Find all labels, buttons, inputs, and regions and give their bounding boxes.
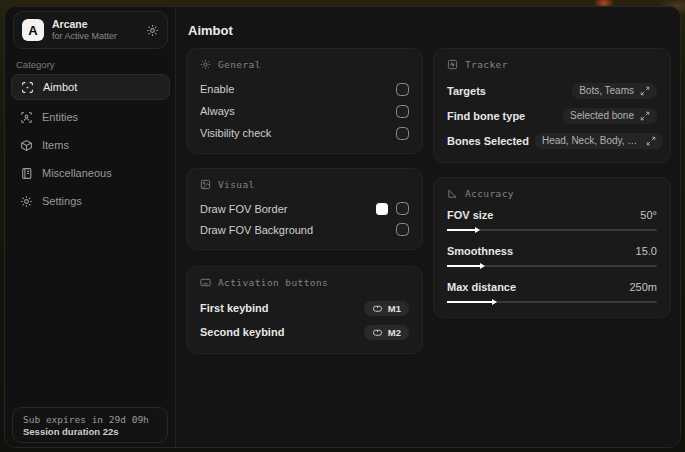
page-title: Aimbot — [188, 23, 233, 38]
keyboard-icon — [200, 277, 211, 288]
second-keybind-button[interactable]: M2 — [364, 325, 409, 340]
setting-controls — [376, 202, 409, 215]
keybind-row: First keybind M1 — [200, 296, 409, 320]
card-title: Accuracy — [465, 188, 514, 199]
keybind-value: M2 — [388, 327, 401, 338]
card-title: Visual — [218, 179, 255, 190]
setting-label: Draw FOV Border — [200, 203, 287, 215]
sidebar-item-aimbot[interactable]: Aimbot — [11, 74, 170, 100]
tracker-card: Tracker Targets Bots, Teams Find bone ty… — [433, 48, 671, 163]
slider-fill — [447, 301, 493, 303]
slider-fill — [447, 265, 481, 267]
expand-icon — [640, 111, 650, 121]
first-keybind-button[interactable]: M1 — [364, 301, 409, 316]
max-distance-slider[interactable] — [447, 298, 657, 306]
accuracy-card: Accuracy FOV size 50° Smoothness 15.0 — [433, 177, 671, 318]
sidebar-item-label: Settings — [42, 195, 82, 207]
visual-card-header: Visual — [200, 179, 409, 190]
sidebar-item-settings[interactable]: Settings — [11, 187, 170, 215]
brand-subtitle: for Active Matter — [52, 31, 138, 42]
keybind-value: M1 — [388, 303, 401, 314]
tracker-row: Find bone type Selected bone — [447, 103, 657, 128]
left-column: General Enable Always Visibility check — [186, 48, 423, 368]
cube-icon — [20, 139, 33, 152]
sidebar-item-label: Aimbot — [43, 81, 77, 93]
brand-logo: A — [22, 19, 44, 41]
right-column: Tracker Targets Bots, Teams Find bone ty… — [433, 48, 671, 332]
setting-label: Visibility check — [200, 127, 271, 139]
slider-label-row: Smoothness 15.0 — [447, 243, 657, 258]
find-bone-type-select[interactable]: Selected bone — [563, 108, 657, 124]
main-content: Aimbot General Enable Always — [176, 7, 680, 447]
activation-buttons-card: Activation buttons First keybind M1 Seco… — [186, 266, 423, 354]
setting-row: Draw FOV Background — [200, 219, 409, 240]
mouse-icon — [372, 327, 383, 338]
slider-label: Max distance — [447, 281, 516, 293]
slider-group: Smoothness 15.0 — [447, 243, 657, 270]
select-value: Bots, Teams — [579, 85, 634, 96]
tracker-label: Bones Selected — [447, 135, 529, 147]
angle-icon — [447, 188, 458, 199]
general-card: General Enable Always Visibility check — [186, 48, 423, 154]
sidebar-item-label: Entities — [42, 111, 78, 123]
setting-row: Draw FOV Border — [200, 198, 409, 219]
gear-icon — [20, 195, 33, 208]
slider-label-row: FOV size 50° — [447, 207, 657, 222]
person-scan-icon — [20, 111, 33, 124]
draw-fov-background-checkbox[interactable] — [396, 223, 409, 236]
select-value: Selected bone — [570, 110, 634, 121]
setting-label: Enable — [200, 83, 234, 95]
targets-select[interactable]: Bots, Teams — [572, 83, 657, 99]
image-icon — [200, 179, 211, 190]
select-value: Head, Neck, Body, Pe… — [542, 135, 640, 146]
slider-value: 50° — [640, 209, 657, 221]
keybind-label: Second keybind — [200, 326, 284, 338]
enable-checkbox[interactable] — [396, 83, 409, 96]
slider-label: Smoothness — [447, 245, 513, 257]
brand-card: A Arcane for Active Matter — [13, 11, 168, 49]
session-duration: Session duration 22s — [23, 426, 157, 437]
category-label: Category — [16, 59, 55, 70]
visual-card: Visual Draw FOV Border Draw FOV Backgrou… — [186, 168, 423, 250]
tracker-label: Targets — [447, 85, 486, 97]
sidebar-item-items[interactable]: Items — [11, 131, 170, 159]
keybind-label: First keybind — [200, 302, 268, 314]
slider-label: FOV size — [447, 209, 493, 221]
sub-expiry: Sub expires in 29d 09h — [23, 414, 157, 425]
tracker-row: Targets Bots, Teams — [447, 78, 657, 103]
sidebar-item-entities[interactable]: Entities — [11, 103, 170, 131]
activation-card-header: Activation buttons — [200, 277, 409, 288]
card-title: Tracker — [465, 59, 508, 70]
category-nav: Aimbot Entities Items Miscellaneous — [11, 74, 170, 215]
smoothness-slider[interactable] — [447, 262, 657, 270]
expand-icon — [646, 136, 656, 146]
slider-fill — [447, 229, 476, 231]
accuracy-card-header: Accuracy — [447, 188, 657, 199]
app-window: A Arcane for Active Matter Category Aimb… — [4, 6, 681, 448]
slider-group: FOV size 50° — [447, 207, 657, 234]
fov-size-slider[interactable] — [447, 226, 657, 234]
slider-value: 250m — [629, 281, 657, 293]
always-checkbox[interactable] — [396, 105, 409, 118]
subscription-info: Sub expires in 29d 09h Session duration … — [12, 407, 168, 443]
gear-icon[interactable] — [146, 24, 159, 37]
notebook-icon — [20, 167, 33, 180]
card-title: General — [218, 59, 261, 70]
crosshair-scan-icon — [21, 81, 34, 94]
tracker-label: Find bone type — [447, 110, 525, 122]
brand-text: Arcane for Active Matter — [52, 18, 138, 42]
keybind-row: Second keybind M2 — [200, 320, 409, 344]
sun-icon — [200, 59, 211, 70]
card-title: Activation buttons — [218, 277, 328, 288]
sidebar: A Arcane for Active Matter Category Aimb… — [5, 7, 176, 447]
tracker-row: Bones Selected Head, Neck, Body, Pe… — [447, 128, 657, 153]
draw-fov-border-checkbox[interactable] — [396, 202, 409, 215]
sidebar-item-label: Items — [42, 139, 69, 151]
setting-label: Always — [200, 105, 235, 117]
bones-selected-select[interactable]: Head, Neck, Body, Pe… — [535, 133, 663, 149]
fov-border-color-swatch[interactable] — [376, 203, 388, 215]
slider-label-row: Max distance 250m — [447, 279, 657, 294]
setting-label: Draw FOV Background — [200, 224, 313, 236]
sidebar-item-miscellaneous[interactable]: Miscellaneous — [11, 159, 170, 187]
visibility-check-checkbox[interactable] — [396, 127, 409, 140]
